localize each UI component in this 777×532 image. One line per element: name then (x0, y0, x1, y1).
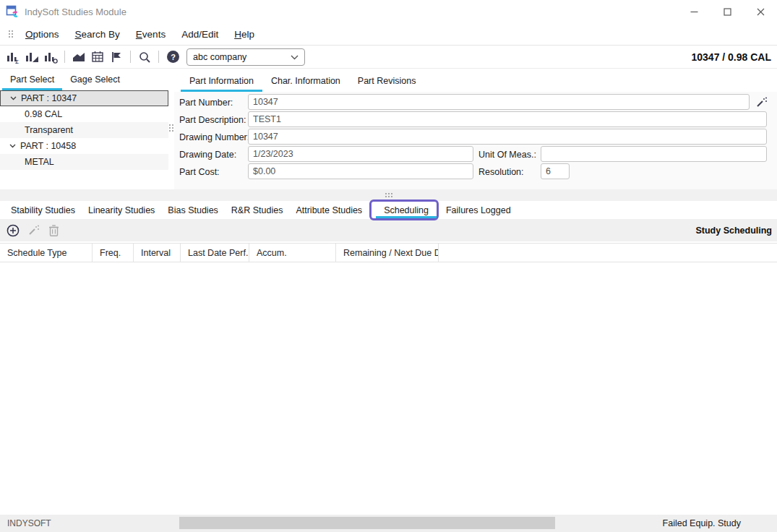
drawing-date-label: Drawing Date: (179, 150, 236, 160)
minimize-button[interactable] (677, 0, 711, 23)
column-header-freq[interactable]: Freq. (93, 244, 134, 262)
maximize-button[interactable] (711, 0, 744, 23)
close-button[interactable] (744, 0, 777, 23)
column-header-last-date-perf[interactable]: Last Date Perf. (181, 244, 249, 262)
chevron-down-icon[interactable] (4, 144, 20, 148)
studies-tab-strip: Stability Studies Linearity Studies Bias… (0, 201, 777, 219)
tab-part-revisions[interactable]: Part Revisions (349, 72, 425, 92)
tree-item-label: METAL (25, 157, 54, 167)
tree-item-transparent[interactable]: Transparent (0, 122, 168, 138)
menu-events[interactable]: Events (128, 26, 173, 43)
scheduling-toolbar: Study Scheduling (0, 219, 777, 241)
linearity-chart-icon[interactable] (23, 49, 40, 65)
tree-item-label: Transparent (25, 125, 73, 135)
part-number-input[interactable] (248, 94, 750, 110)
svg-text:?: ? (171, 53, 176, 61)
part-cost-label: Part Cost: (179, 167, 220, 177)
chevron-down-icon (291, 52, 299, 62)
select-tabs: Part Select Gage Select (0, 69, 168, 90)
tab-part-information[interactable]: Part Information (181, 72, 262, 92)
tree-item-part-10347[interactable]: PART : 10347 (0, 90, 168, 106)
upper-section: Part Select Gage Select PART : 10347 0.9… (0, 69, 777, 189)
part-description-input[interactable] (248, 111, 767, 127)
vertical-splitter[interactable] (168, 69, 174, 189)
tree-item-label: PART : 10347 (21, 93, 77, 103)
menu-bar: Options Search By Events Add/Edit Help (0, 23, 777, 45)
study-scheduling-title: Study Scheduling (695, 226, 772, 236)
chevron-down-icon[interactable] (5, 96, 21, 100)
stability-chart-icon[interactable]: Σ (4, 49, 22, 65)
part-select-panel: Part Select Gage Select PART : 10347 0.9… (0, 69, 168, 189)
calendar-icon[interactable] (89, 49, 106, 65)
scheduling-table-header: Schedule Type Freq. Interval Last Date P… (0, 243, 777, 262)
area-chart-icon[interactable] (70, 49, 87, 65)
unit-of-meas-label: Unit Of Meas.: (478, 150, 536, 160)
part-cost-input[interactable] (248, 163, 473, 179)
company-dropdown-value: abc company (193, 52, 246, 62)
splitter-grip-icon (169, 124, 173, 132)
app-logo-icon (6, 5, 19, 18)
tab-failures-logged[interactable]: Failures Logged (439, 202, 518, 218)
current-part-gage-label: 10347 / 0.98 CAL (691, 51, 771, 63)
tab-linearity-studies[interactable]: Linearity Studies (82, 202, 161, 218)
tree-item-label: PART : 10458 (20, 141, 76, 151)
title-bar: IndySoft Studies Module (0, 0, 777, 23)
flag-icon[interactable] (108, 49, 125, 65)
column-header-schedule-type[interactable]: Schedule Type (0, 244, 93, 262)
column-header-accum[interactable]: Accum. (249, 244, 336, 262)
resolution-label: Resolution: (478, 167, 524, 177)
part-description-label: Part Description: (179, 115, 246, 125)
part-info-tabs: Part Information Char. Information Part … (174, 69, 777, 92)
horizontal-scrollbar-thumb[interactable] (179, 517, 555, 529)
status-bar: INDYSOFT Failed Equip. Study (0, 515, 777, 532)
scheduling-tab-highlight: Scheduling (369, 200, 439, 220)
tree-item-label: 0.98 CAL (25, 109, 62, 119)
scheduling-table: Schedule Type Freq. Interval Last Date P… (0, 241, 777, 515)
help-icon[interactable]: ? (164, 49, 181, 65)
search-icon[interactable] (136, 49, 153, 65)
menu-grip-icon[interactable] (9, 30, 13, 38)
part-information-panel: Part Information Char. Information Part … (174, 69, 777, 189)
edit-wand-icon[interactable] (25, 223, 42, 239)
delete-trash-icon[interactable] (45, 223, 62, 239)
part-tree: PART : 10347 0.98 CAL Transparent PART :… (0, 90, 168, 189)
app-window: IndySoft Studies Module Options Search B… (0, 0, 777, 532)
magic-wand-icon[interactable] (754, 95, 768, 109)
tab-rr-studies[interactable]: R&R Studies (225, 202, 290, 218)
unit-of-meas-input[interactable] (541, 146, 767, 162)
status-brand-label: INDYSOFT (7, 518, 51, 528)
drawing-date-input[interactable] (248, 146, 473, 162)
tree-item-metal[interactable]: METAL (0, 154, 168, 170)
drawing-number-label: Drawing Number: (179, 132, 249, 142)
toolbar-separator (158, 51, 159, 63)
menu-add-edit[interactable]: Add/Edit (173, 26, 226, 43)
tab-scheduling[interactable]: Scheduling (376, 202, 437, 218)
toolbar-separator (130, 51, 131, 63)
part-info-form: Part Number: Part Description: Drawing N… (174, 92, 777, 189)
menu-options[interactable]: Options (17, 26, 67, 43)
menu-help[interactable]: Help (226, 26, 262, 43)
tab-bias-studies[interactable]: Bias Studies (161, 202, 224, 218)
svg-text:Σ: Σ (15, 59, 19, 64)
company-dropdown[interactable]: abc company (186, 48, 305, 66)
tab-stability-studies[interactable]: Stability Studies (4, 202, 82, 218)
tree-item-part-10458[interactable]: PART : 10458 (0, 138, 168, 154)
add-schedule-icon[interactable] (4, 223, 22, 239)
tab-gage-select[interactable]: Gage Select (62, 70, 128, 90)
tree-item-098-cal[interactable]: 0.98 CAL (0, 106, 168, 122)
menu-search-by[interactable]: Search By (67, 26, 128, 43)
column-header-remaining-next-due[interactable]: Remaining / Next Due Da (336, 244, 439, 262)
splitter-grip-icon (385, 193, 392, 197)
tab-part-select[interactable]: Part Select (2, 70, 62, 90)
column-header-interval[interactable]: Interval (134, 244, 181, 262)
tab-char-information[interactable]: Char. Information (262, 72, 349, 92)
tab-attribute-studies[interactable]: Attribute Studies (289, 202, 369, 218)
part-number-label: Part Number: (179, 98, 233, 108)
toolbar-separator (64, 51, 65, 63)
window-title: IndySoft Studies Module (25, 7, 126, 17)
resolution-input[interactable] (541, 163, 570, 179)
status-right-label: Failed Equip. Study (663, 518, 741, 528)
drawing-number-input[interactable] (248, 129, 767, 145)
main-toolbar: Σ ? abc company 103 (0, 45, 777, 69)
bias-chart-icon[interactable] (42, 49, 59, 65)
